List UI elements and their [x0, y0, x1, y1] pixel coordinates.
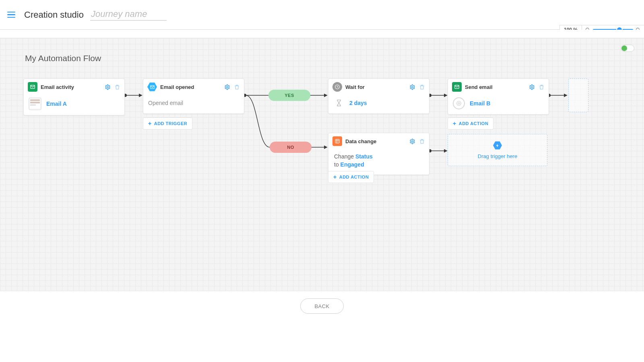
- gear-icon[interactable]: [224, 84, 230, 90]
- svg-point-20: [411, 86, 413, 88]
- node-wait-for[interactable]: Wait for 2 days: [328, 78, 429, 114]
- node-title: Data change: [345, 138, 406, 144]
- clock-icon: [332, 82, 342, 92]
- svg-point-28: [411, 140, 413, 142]
- target-icon: [453, 97, 465, 109]
- dropzone-right-edge[interactable]: [568, 78, 588, 112]
- plus-icon: +: [148, 120, 152, 127]
- mail-send-icon: [452, 82, 462, 92]
- gear-icon[interactable]: [104, 84, 111, 90]
- canvas-toggle[interactable]: [621, 45, 634, 52]
- node-send-email[interactable]: Send email Email B: [448, 78, 549, 115]
- add-trigger-button[interactable]: + ADD TRIGGER: [143, 117, 192, 130]
- data-change-text: Change Status to Engaged: [334, 152, 373, 169]
- hourglass-icon: [333, 97, 345, 109]
- add-action-button-bottom[interactable]: + ADD ACTION: [328, 171, 374, 183]
- node-data-change[interactable]: Data change Change Status to Engaged: [328, 133, 429, 175]
- gear-icon[interactable]: [409, 84, 415, 90]
- node-value[interactable]: Email A: [46, 101, 67, 107]
- bolt-hex-icon: [493, 141, 502, 150]
- email-thumbnail: [29, 97, 41, 110]
- plus-icon: +: [333, 174, 337, 180]
- node-value[interactable]: Email B: [470, 100, 490, 107]
- header-bar: Creation studio 100 %: [0, 0, 644, 30]
- svg-point-16: [107, 86, 108, 88]
- gear-icon[interactable]: [409, 138, 415, 144]
- svg-rect-25: [335, 139, 339, 143]
- gear-icon[interactable]: [528, 84, 535, 90]
- node-value: Opened email: [148, 100, 183, 106]
- svg-point-18: [226, 86, 228, 88]
- decision-yes[interactable]: YES: [268, 90, 310, 101]
- svg-point-23: [457, 101, 461, 106]
- node-title: Email opened: [160, 84, 221, 90]
- trash-icon[interactable]: [114, 84, 120, 90]
- dropzone-label: Drag trigger here: [478, 153, 517, 159]
- canvas-outer: My Automation Flow: [0, 30, 644, 329]
- add-action-label: ADD ACTION: [459, 121, 489, 126]
- svg-point-24: [458, 103, 460, 104]
- node-title: Wait for: [345, 84, 406, 90]
- decision-no[interactable]: NO: [270, 142, 312, 153]
- add-trigger-label: ADD TRIGGER: [154, 121, 188, 126]
- trash-icon[interactable]: [233, 84, 240, 90]
- plus-icon: +: [453, 120, 456, 127]
- menu-hamburger-icon[interactable]: [7, 12, 15, 18]
- trash-icon[interactable]: [538, 84, 545, 90]
- connector-layer: [0, 38, 644, 292]
- mail-open-icon: [147, 82, 157, 92]
- svg-point-22: [531, 86, 533, 88]
- flow-canvas[interactable]: My Automation Flow: [0, 38, 644, 291]
- node-value[interactable]: 2 days: [349, 100, 367, 106]
- node-email-activity[interactable]: Email activity Email A: [23, 78, 125, 115]
- mail-icon: [28, 82, 37, 92]
- journey-name-input[interactable]: [90, 9, 167, 21]
- app-title: Creation studio: [24, 10, 84, 20]
- node-title: Email activity: [41, 84, 101, 90]
- table-icon: [332, 136, 342, 146]
- add-action-label: ADD ACTION: [339, 175, 369, 179]
- flow-title: My Automation Flow: [25, 53, 101, 63]
- dropzone-trigger[interactable]: Drag trigger here: [448, 134, 547, 166]
- trash-icon[interactable]: [419, 84, 425, 90]
- node-email-opened[interactable]: Email opened Opened email: [143, 78, 244, 114]
- back-button[interactable]: BACK: [300, 298, 344, 314]
- add-action-button-top[interactable]: + ADD ACTION: [448, 117, 493, 130]
- trash-icon[interactable]: [419, 138, 425, 144]
- node-title: Send email: [465, 84, 525, 90]
